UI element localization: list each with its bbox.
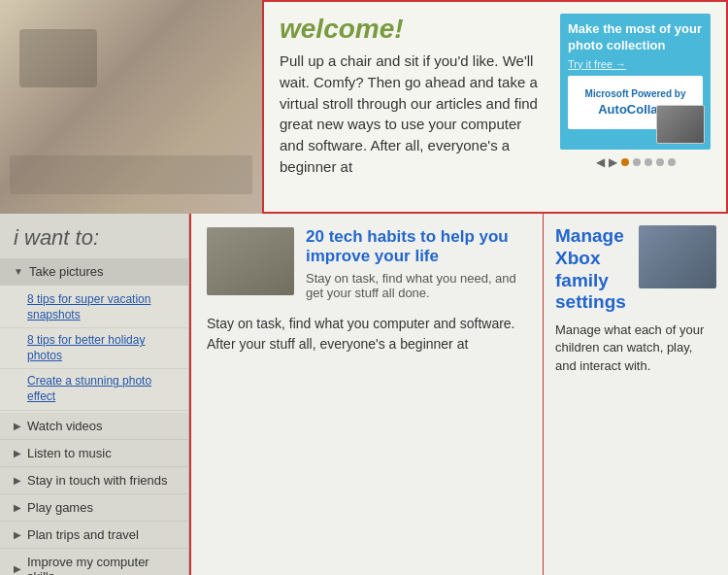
- ad-photo-strip: [656, 105, 705, 144]
- sidebar-item-listen-music[interactable]: ▶ Listen to music: [0, 440, 188, 467]
- ad-link[interactable]: Try it free →: [568, 58, 703, 70]
- hero-section: welcome! Pull up a chair and sit if you'…: [0, 0, 728, 214]
- sidebar-item-watch-videos[interactable]: ▶ Watch videos: [0, 413, 188, 440]
- sidebar-item-label-plan-trips: Plan trips and travel: [27, 527, 139, 542]
- sidebar-item-label-watch-videos: Watch videos: [27, 419, 103, 433]
- sidebar-item-improve-skills[interactable]: ▶ Improve my computer skills: [0, 549, 188, 575]
- hero-photo: [0, 0, 262, 214]
- center-article-body: Stay on task, find what you computer and…: [207, 314, 527, 355]
- collapsed-arrow-icon-friends: ▶: [14, 475, 21, 486]
- hero-photo-image: [0, 0, 262, 214]
- sidebar-item-label-play-games: Play games: [27, 500, 93, 515]
- hero-welcome-heading: welcome!: [280, 14, 548, 45]
- collapsed-arrow-icon-videos: ▶: [14, 421, 21, 431]
- center-article-block: 20 tech habits to help you improve your …: [207, 227, 527, 300]
- sidebar-item-plan-trips[interactable]: ▶ Plan trips and travel: [0, 522, 188, 549]
- sub-items-take-pictures: 8 tips for super vacation snapshots 8 ti…: [0, 286, 188, 413]
- collapsed-arrow-icon-skills: ▶: [14, 563, 21, 574]
- expanded-arrow-icon: ▼: [14, 266, 23, 277]
- ad-dot-1[interactable]: [621, 158, 629, 166]
- ad-logo-text: Microsoft Powered by: [585, 88, 686, 99]
- collapsed-arrow-icon-music: ▶: [14, 448, 21, 458]
- ad-box[interactable]: Make the most of your photo collection T…: [560, 14, 711, 150]
- right-article-thumbnail: [639, 225, 716, 288]
- ad-navigation: ◀ ▶: [560, 155, 711, 169]
- center-article-link[interactable]: 20 tech habits to help you improve your …: [306, 227, 527, 267]
- hero-body-text: Pull up a chair and sit if you'd like. W…: [280, 51, 548, 178]
- sub-item-vacation-snapshots[interactable]: 8 tips for super vacation snapshots: [0, 288, 188, 328]
- hero-content: welcome! Pull up a chair and sit if you'…: [262, 0, 728, 214]
- ad-next-arrow[interactable]: ▶: [609, 155, 617, 169]
- sub-item-photo-effect[interactable]: Create a stunning photo effect: [0, 369, 188, 410]
- sidebar: i want to: ▼ Take pictures 8 tips for su…: [0, 214, 189, 575]
- main-content: i want to: ▼ Take pictures 8 tips for su…: [0, 214, 728, 575]
- right-panel: Manage Xbox family settings Manage what …: [544, 214, 728, 575]
- ad-dot-4[interactable]: [656, 158, 664, 166]
- hero-advertisement: Make the most of your photo collection T…: [560, 14, 711, 200]
- center-article-thumbnail: [207, 227, 294, 295]
- hero-text-block: welcome! Pull up a chair and sit if you'…: [280, 14, 548, 200]
- sidebar-item-label-stay-in-touch: Stay in touch with friends: [27, 473, 168, 488]
- ad-dot-3[interactable]: [645, 158, 652, 166]
- sidebar-item-label-listen-music: Listen to music: [27, 446, 112, 460]
- ad-title: Make the most of your photo collection: [568, 21, 703, 54]
- sidebar-item-stay-in-touch[interactable]: ▶ Stay in touch with friends: [0, 467, 188, 494]
- center-article-text: 20 tech habits to help you improve your …: [306, 227, 527, 300]
- right-article-body: Manage what each of your children can wa…: [555, 321, 716, 375]
- sidebar-title: i want to:: [0, 214, 188, 258]
- sidebar-item-take-pictures[interactable]: ▼ Take pictures: [0, 258, 188, 286]
- center-article-subtext: Stay on task, find what you need, and ge…: [306, 271, 527, 300]
- center-content: 20 tech habits to help you improve your …: [189, 214, 544, 575]
- sidebar-item-play-games[interactable]: ▶ Play games: [0, 494, 188, 522]
- ad-logo-area: Microsoft Powered by AutoCollage: [568, 76, 703, 129]
- sub-item-holiday-photos[interactable]: 8 tips for better holiday photos: [0, 328, 188, 369]
- sidebar-item-label-improve-skills: Improve my computer skills: [27, 555, 175, 575]
- collapsed-arrow-icon-trips: ▶: [14, 529, 21, 540]
- sidebar-item-label-take-pictures: Take pictures: [29, 264, 104, 279]
- ad-prev-arrow[interactable]: ◀: [596, 155, 605, 169]
- ad-dot-2[interactable]: [633, 158, 641, 166]
- collapsed-arrow-icon-games: ▶: [14, 502, 21, 513]
- ad-dot-5[interactable]: [668, 158, 676, 166]
